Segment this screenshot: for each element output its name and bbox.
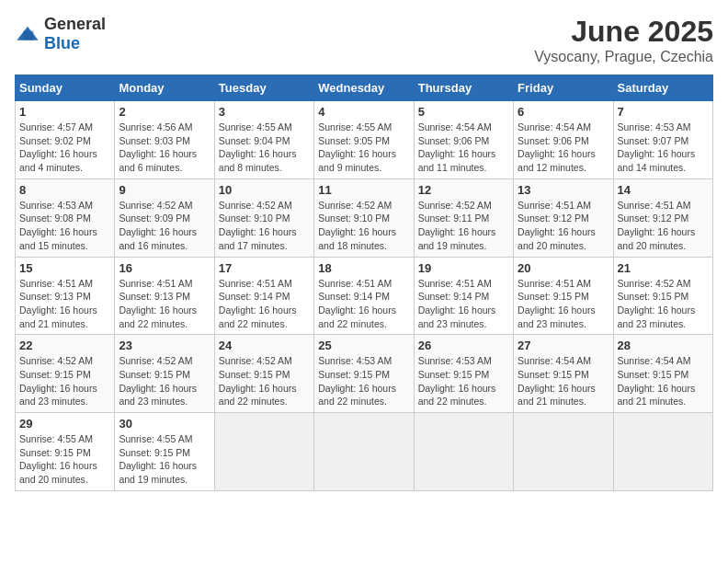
- table-row: [314, 413, 414, 491]
- day-info: Sunrise: 4:55 AMSunset: 9:15 PMDaylight:…: [119, 432, 210, 487]
- day-number: 14: [618, 183, 709, 197]
- calendar-week-row: 22Sunrise: 4:52 AMSunset: 9:15 PMDayligh…: [16, 335, 713, 413]
- day-info: Sunrise: 4:51 AMSunset: 9:13 PMDaylight:…: [19, 277, 110, 331]
- day-info: Sunrise: 4:51 AMSunset: 9:13 PMDaylight:…: [119, 277, 210, 331]
- day-number: 5: [418, 105, 509, 119]
- table-row: 7Sunrise: 4:53 AMSunset: 9:07 PMDaylight…: [613, 101, 712, 179]
- day-number: 30: [119, 417, 210, 431]
- day-info: Sunrise: 4:52 AMSunset: 9:15 PMDaylight:…: [219, 354, 310, 408]
- col-sunday: Sunday: [16, 75, 115, 101]
- day-number: 13: [518, 183, 609, 197]
- day-info: Sunrise: 4:52 AMSunset: 9:10 PMDaylight:…: [219, 199, 310, 253]
- table-row: 5Sunrise: 4:54 AMSunset: 9:06 PMDaylight…: [414, 101, 513, 179]
- day-info: Sunrise: 4:55 AMSunset: 9:15 PMDaylight:…: [19, 432, 110, 487]
- table-row: [214, 413, 313, 491]
- day-number: 29: [19, 417, 110, 431]
- col-tuesday: Tuesday: [214, 75, 313, 101]
- calendar-table: Sunday Monday Tuesday Wednesday Thursday…: [15, 75, 713, 491]
- col-wednesday: Wednesday: [314, 75, 414, 101]
- day-info: Sunrise: 4:55 AMSunset: 9:05 PMDaylight:…: [318, 121, 409, 175]
- day-number: 17: [219, 261, 310, 275]
- day-number: 19: [418, 261, 509, 275]
- day-info: Sunrise: 4:54 AMSunset: 9:15 PMDaylight:…: [518, 354, 609, 408]
- day-number: 26: [418, 339, 509, 352]
- page-header: General Blue June 2025 Vysocany, Prague,…: [15, 15, 713, 65]
- table-row: 28Sunrise: 4:54 AMSunset: 9:15 PMDayligh…: [613, 335, 712, 413]
- table-row: 9Sunrise: 4:52 AMSunset: 9:09 PMDaylight…: [115, 178, 214, 257]
- day-info: Sunrise: 4:53 AMSunset: 9:07 PMDaylight:…: [618, 121, 709, 175]
- table-row: 16Sunrise: 4:51 AMSunset: 9:13 PMDayligh…: [115, 257, 214, 335]
- table-row: 30Sunrise: 4:55 AMSunset: 9:15 PMDayligh…: [115, 413, 214, 491]
- table-row: 4Sunrise: 4:55 AMSunset: 9:05 PMDaylight…: [314, 101, 414, 179]
- day-number: 4: [318, 105, 409, 119]
- day-number: 24: [219, 339, 310, 352]
- day-number: 20: [518, 261, 609, 275]
- day-info: Sunrise: 4:51 AMSunset: 9:14 PMDaylight:…: [318, 277, 409, 331]
- table-row: 25Sunrise: 4:53 AMSunset: 9:15 PMDayligh…: [314, 335, 414, 413]
- day-info: Sunrise: 4:54 AMSunset: 9:15 PMDaylight:…: [618, 354, 709, 408]
- table-row: 10Sunrise: 4:52 AMSunset: 9:10 PMDayligh…: [214, 178, 313, 257]
- day-number: 23: [119, 339, 210, 352]
- day-number: 10: [219, 183, 310, 197]
- day-info: Sunrise: 4:55 AMSunset: 9:04 PMDaylight:…: [219, 121, 310, 175]
- day-number: 2: [119, 105, 210, 119]
- table-row: 24Sunrise: 4:52 AMSunset: 9:15 PMDayligh…: [214, 335, 313, 413]
- calendar-header-row: Sunday Monday Tuesday Wednesday Thursday…: [16, 75, 713, 101]
- day-number: 12: [418, 183, 509, 197]
- table-row: [414, 413, 513, 491]
- day-info: Sunrise: 4:57 AMSunset: 9:02 PMDaylight:…: [19, 121, 110, 175]
- table-row: [613, 413, 712, 491]
- table-row: 14Sunrise: 4:51 AMSunset: 9:12 PMDayligh…: [613, 178, 712, 257]
- table-row: 21Sunrise: 4:52 AMSunset: 9:15 PMDayligh…: [613, 257, 712, 335]
- logo: General Blue: [15, 15, 106, 53]
- table-row: 6Sunrise: 4:54 AMSunset: 9:06 PMDaylight…: [514, 101, 613, 179]
- logo-general: General: [44, 15, 106, 33]
- day-info: Sunrise: 4:54 AMSunset: 9:06 PMDaylight:…: [518, 121, 609, 175]
- table-row: 1Sunrise: 4:57 AMSunset: 9:02 PMDaylight…: [16, 101, 115, 179]
- day-info: Sunrise: 4:53 AMSunset: 9:08 PMDaylight:…: [19, 199, 110, 253]
- logo-icon: [15, 25, 40, 43]
- table-row: 8Sunrise: 4:53 AMSunset: 9:08 PMDaylight…: [16, 178, 115, 257]
- day-info: Sunrise: 4:51 AMSunset: 9:14 PMDaylight:…: [418, 277, 509, 331]
- day-number: 28: [618, 339, 709, 352]
- table-row: 13Sunrise: 4:51 AMSunset: 9:12 PMDayligh…: [514, 178, 613, 257]
- day-info: Sunrise: 4:52 AMSunset: 9:15 PMDaylight:…: [618, 277, 709, 331]
- svg-marker-1: [23, 31, 34, 40]
- day-info: Sunrise: 4:51 AMSunset: 9:12 PMDaylight:…: [518, 199, 609, 253]
- day-info: Sunrise: 4:52 AMSunset: 9:10 PMDaylight:…: [318, 199, 409, 253]
- day-number: 8: [19, 183, 110, 197]
- day-number: 21: [618, 261, 709, 275]
- day-info: Sunrise: 4:52 AMSunset: 9:15 PMDaylight:…: [19, 354, 110, 408]
- location-title: Vysocany, Prague, Czechia: [534, 49, 713, 65]
- calendar-week-row: 29Sunrise: 4:55 AMSunset: 9:15 PMDayligh…: [16, 413, 713, 491]
- table-row: 20Sunrise: 4:51 AMSunset: 9:15 PMDayligh…: [514, 257, 613, 335]
- calendar-week-row: 15Sunrise: 4:51 AMSunset: 9:13 PMDayligh…: [16, 257, 713, 335]
- month-title: June 2025: [534, 15, 713, 49]
- day-info: Sunrise: 4:51 AMSunset: 9:15 PMDaylight:…: [518, 277, 609, 331]
- day-number: 27: [518, 339, 609, 352]
- col-saturday: Saturday: [613, 75, 712, 101]
- table-row: [514, 413, 613, 491]
- day-number: 9: [119, 183, 210, 197]
- table-row: 27Sunrise: 4:54 AMSunset: 9:15 PMDayligh…: [514, 335, 613, 413]
- col-friday: Friday: [514, 75, 613, 101]
- day-info: Sunrise: 4:52 AMSunset: 9:11 PMDaylight:…: [418, 199, 509, 253]
- day-number: 7: [618, 105, 709, 119]
- table-row: 18Sunrise: 4:51 AMSunset: 9:14 PMDayligh…: [314, 257, 414, 335]
- day-number: 15: [19, 261, 110, 275]
- logo-blue: Blue: [44, 34, 80, 52]
- col-thursday: Thursday: [414, 75, 513, 101]
- col-monday: Monday: [115, 75, 214, 101]
- table-row: 2Sunrise: 4:56 AMSunset: 9:03 PMDaylight…: [115, 101, 214, 179]
- table-row: 22Sunrise: 4:52 AMSunset: 9:15 PMDayligh…: [16, 335, 115, 413]
- table-row: 19Sunrise: 4:51 AMSunset: 9:14 PMDayligh…: [414, 257, 513, 335]
- day-info: Sunrise: 4:51 AMSunset: 9:12 PMDaylight:…: [618, 199, 709, 253]
- table-row: 3Sunrise: 4:55 AMSunset: 9:04 PMDaylight…: [214, 101, 313, 179]
- table-row: 26Sunrise: 4:53 AMSunset: 9:15 PMDayligh…: [414, 335, 513, 413]
- day-info: Sunrise: 4:53 AMSunset: 9:15 PMDaylight:…: [418, 354, 509, 408]
- table-row: 15Sunrise: 4:51 AMSunset: 9:13 PMDayligh…: [16, 257, 115, 335]
- title-area: June 2025 Vysocany, Prague, Czechia: [534, 15, 713, 65]
- day-number: 3: [219, 105, 310, 119]
- day-number: 6: [518, 105, 609, 119]
- day-number: 18: [318, 261, 409, 275]
